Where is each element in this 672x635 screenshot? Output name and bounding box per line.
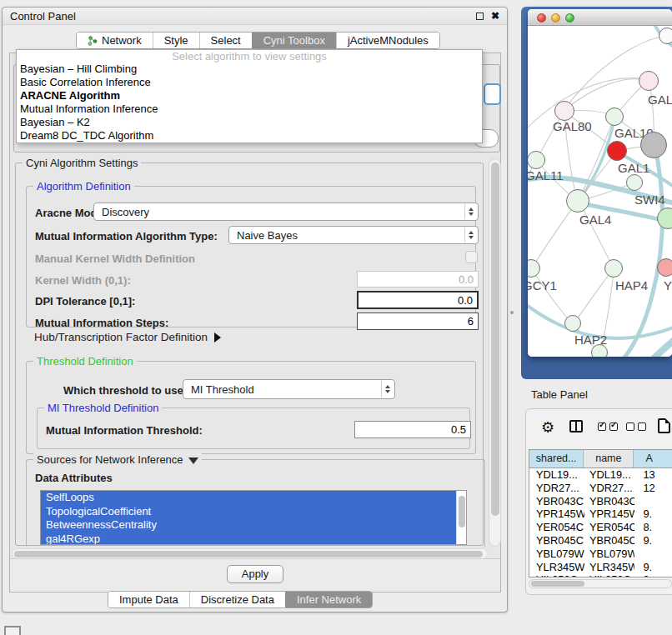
tab-cyni-toolbox[interactable]: Cyni Toolbox [252, 32, 336, 48]
select-all-checkbox-icon[interactable] [598, 422, 606, 431]
tab-label: Impute Data [119, 593, 178, 606]
table-cell: YBR043C [529, 495, 584, 508]
apply-button[interactable]: Apply [227, 565, 283, 583]
tab-select[interactable]: Select [199, 32, 252, 48]
tab-impute-data[interactable]: Impute Data [108, 592, 189, 608]
close-icon[interactable]: ✖ [491, 12, 499, 20]
tab-label: Network [102, 34, 142, 47]
table-row[interactable]: YBR045CYBR045C9. [529, 534, 672, 548]
attribute-item-betweennesscentrality[interactable]: BetweennessCentrality [41, 518, 456, 532]
deselect-all-checkbox-icon[interactable] [626, 422, 634, 431]
mi-threshold-group: MI Threshold Definition Mutual Informati… [37, 408, 470, 449]
node-gal4[interactable] [566, 189, 589, 212]
tab-style[interactable]: Style [153, 32, 199, 48]
algorithm-option-dream8-dc-tdc-algorithm[interactable]: Dream8 DC_TDC Algorithm [17, 129, 482, 142]
node-hap4[interactable] [604, 259, 623, 278]
table-row[interactable]: YBR043CYBR043C [529, 495, 672, 508]
node-node-pink-right[interactable] [657, 258, 672, 277]
which-threshold-combobox[interactable]: MI Threshold [183, 379, 395, 399]
network-view-frame: GAL7GAL80GAL10GAL1GAL11SWI4GAL4GCY1HAP4Y… [521, 7, 672, 379]
algorithm-option-aracne-algorithm[interactable]: ARACNE Algorithm [17, 89, 482, 102]
attribute-item-gal4rgexp[interactable]: gal4RGexp [41, 532, 456, 546]
table-header-row: shared...nameA [529, 450, 672, 468]
table-hscroll-thumb[interactable] [531, 581, 584, 587]
tab-network[interactable]: Network [77, 32, 153, 48]
table-row[interactable]: YLR345WYLR345W9. [529, 561, 672, 574]
deselect-all-checkbox-icon-2[interactable] [638, 422, 646, 431]
export-table-icon[interactable] [658, 418, 670, 433]
tab-infer-network[interactable]: Infer Network [285, 592, 372, 608]
mi-steps-input[interactable]: 6 [357, 312, 479, 330]
table-row[interactable]: YDL19...YDL19...13 [529, 468, 672, 482]
manual-kernel-width-checkbox[interactable] [465, 251, 478, 263]
network-window-titlebar[interactable] [528, 9, 672, 26]
table-cell: YIL052C [584, 573, 635, 578]
table-panel: ⚙ shared...nameA YDL19...YDL19...13YDR27… [525, 408, 672, 595]
mi-algorithm-type-combobox[interactable]: Naive Bayes [228, 226, 479, 244]
zoom-traffic-icon[interactable] [565, 13, 574, 22]
minimize-traffic-icon[interactable] [551, 13, 560, 22]
node-gal7[interactable] [639, 71, 659, 91]
threshold-definition-group: Threshold Definition Which threshold to … [26, 361, 476, 454]
algorithm-option-basic-correlation-inference[interactable]: Basic Correlation Inference [17, 76, 482, 89]
vertical-scroll-thumb[interactable] [491, 162, 499, 516]
table-horizontal-scrollbar[interactable] [529, 579, 672, 588]
table-cell: 9 [634, 573, 672, 578]
panel-splitter-handle[interactable] [510, 311, 514, 314]
dpi-tolerance-input[interactable]: 0.0 [357, 291, 479, 309]
node-label-swi4: SWI4 [634, 192, 665, 207]
node-swi4[interactable] [626, 174, 643, 191]
node-node-gray-unnamed[interactable] [640, 132, 667, 158]
manual-kernel-width-label: Manual Kernel Width Definition [35, 252, 195, 265]
table-header-name[interactable]: name [584, 450, 634, 468]
node-node-top-unnamed[interactable] [659, 28, 672, 44]
settings-vertical-scrollbar[interactable] [489, 158, 501, 547]
tab-discretize-data[interactable]: Discretize Data [189, 592, 285, 608]
table-header-shared[interactable]: shared... [529, 450, 584, 468]
table-row[interactable]: YIL052CYIL052C9 [529, 573, 672, 578]
tab-label: Cyni Toolbox [263, 34, 325, 47]
table-cell: YLR345W [529, 561, 584, 574]
table-row[interactable]: YER054CYER054C8. [529, 521, 672, 534]
network-canvas[interactable]: GAL7GAL80GAL10GAL1GAL11SWI4GAL4GCY1HAP4Y… [528, 26, 672, 357]
tab-jactivemnodules[interactable]: jActiveMNodules [336, 32, 439, 48]
float-window-icon[interactable] [476, 12, 484, 20]
algorithm-option-mutual-information-inference[interactable]: Mutual Information Inference [17, 102, 482, 116]
select-all-checkbox-icon-2[interactable] [609, 422, 618, 431]
data-attributes-label: Data Attributes [35, 472, 113, 484]
attribute-item-topologicalcoefficient[interactable]: TopologicalCoefficient [41, 505, 456, 519]
sources-group-title[interactable]: Sources for Network Inference [33, 453, 202, 466]
attributes-list-scrollbar[interactable] [456, 491, 466, 544]
tab-label: Discretize Data [201, 593, 274, 606]
mi-threshold-input[interactable]: 0.5 [354, 421, 471, 438]
dpi-tolerance-label: DPI Tolerance [0,1]: [35, 295, 135, 308]
table-header-a[interactable]: A [634, 450, 672, 468]
table-cell: YBL079W [529, 548, 584, 561]
node-gal1[interactable] [607, 141, 627, 161]
gear-icon[interactable]: ⚙ [541, 418, 554, 438]
attribute-item-selfloops[interactable]: SelfLoops [41, 491, 456, 505]
table-row[interactable]: YDR27...YDR27...12 [529, 482, 672, 495]
node-hap2[interactable] [564, 315, 581, 332]
table-row[interactable]: YPR145WYPR145W9. [529, 508, 672, 521]
sources-group: Sources for Network Inference Data Attri… [26, 459, 485, 548]
aracne-mode-combobox[interactable]: Discovery [93, 202, 479, 221]
threshold-definition-title: Threshold Definition [33, 355, 137, 368]
horizontal-scroll-thumb[interactable] [14, 551, 483, 558]
dock-icon[interactable] [4, 626, 21, 635]
algorithm-definition-group: Algorithm Definition Aracne Mode: Discov… [26, 186, 476, 328]
node-gal11[interactable] [528, 151, 545, 169]
hub-definition-toggle[interactable]: Hub/Transcription Factor Definition [34, 331, 221, 343]
node-label-node-pink-right: Y [664, 278, 672, 292]
kernel-width-input[interactable]: 0.0 [357, 271, 479, 288]
table-row[interactable]: YBL079WYBL079W [529, 548, 672, 561]
algorithm-option-bayesian-hill-climbing[interactable]: Bayesian – Hill Climbing [17, 62, 482, 76]
node-node-bottom-unnamed[interactable] [591, 344, 608, 357]
spinner-arrows-icon [464, 228, 477, 242]
close-traffic-icon[interactable] [537, 13, 546, 22]
node-gal80[interactable] [554, 101, 574, 121]
columns-icon[interactable] [569, 420, 583, 432]
algorithm-option-bayesian-k2[interactable]: Bayesian – K2 [17, 116, 482, 129]
data-attributes-list[interactable]: SelfLoopsTopologicalCoefficientBetweenne… [40, 490, 467, 545]
node-gal10[interactable] [605, 108, 624, 126]
